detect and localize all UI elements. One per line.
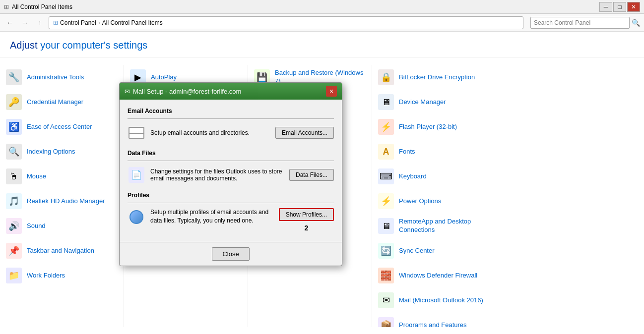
cp-item-device-mgr[interactable]: 🖥 Device Manager [372,90,496,114]
mail-icon: ✉ [378,292,394,308]
windefender-label: Windows Defender Firewall [399,272,477,280]
cp-item-workfolders[interactable]: 📁 Work Folders [0,263,124,288]
admin-tools-icon: 🔧 [6,69,22,85]
cp-item-sound[interactable]: 🔊 Sound [0,214,124,238]
email-accounts-desc: Setup email accounts and directories. [150,129,270,136]
back-button[interactable]: ← [4,17,16,29]
taskbar-label: Taskbar and Navigation [27,247,94,255]
cp-item-remoteapp[interactable]: 🖥 RemoteApp and Desktop Connections [372,214,496,238]
bitlocker-label: BitLocker Drive Encryption [399,73,475,82]
cp-item-blank14 [0,313,124,327]
cp-item-keyboard[interactable]: ⌨ Keyboard [372,164,496,189]
data-files-title: Data Files [128,150,334,157]
maximize-btn[interactable]: □ [613,2,626,12]
title-bar-icon: ⊞ [4,3,9,10]
email-accounts-section: Email Accounts Setup email accounts and … [128,108,334,142]
datafile-icon-shape: 📄 [129,167,144,183]
show-profiles-button[interactable]: Show Profiles... [279,208,334,221]
cp-item-flash[interactable]: ⚡ Flash Player (32-bit) [372,114,496,139]
keyboard-icon: ⌨ [378,168,394,184]
realtek-icon: 🎵 [6,193,22,209]
power-label: Power Options [399,197,441,206]
flash-label: Flash Player (32-bit) [399,123,457,131]
mouse-icon: 🖱 [6,168,22,184]
mail-label: Mail (Microsoft Outlook 2016) [399,296,483,305]
address-path[interactable]: ⊞ Control Panel › All Control Panel Item… [49,16,523,29]
windefender-icon: 🧱 [378,268,394,283]
show-profiles-btn-wrapper: Show Profiles... 2 [279,208,334,221]
remoteapp-icon: 🖥 [378,218,394,234]
search-icon: 🔍 [632,19,640,27]
profiles-desc: Setup multiple profiles of email account… [150,208,274,225]
modal-close-x-button[interactable]: × [326,86,337,97]
window-close-btn[interactable]: ✕ [627,2,640,12]
profiles-row: Setup multiple profiles of email account… [128,208,334,226]
power-icon: ⚡ [378,193,394,209]
cp-item-power[interactable]: ⚡ Power Options [372,189,496,214]
cp-item-credential[interactable]: 🔑 Credential Manager [0,90,124,114]
cp-item-ease[interactable]: ♿ Ease of Access Center [0,114,124,139]
credential-icon: 🔑 [6,94,22,110]
workfolders-label: Work Folders [27,272,65,280]
data-files-icon: 📄 [128,166,145,184]
up-button[interactable]: ↑ [34,17,46,29]
email-accounts-icon [128,124,145,142]
mail-setup-modal: ✉ Mail Setup - admin@forest-forlife.com … [119,82,342,266]
email-accounts-button[interactable]: Email Accounts... [275,127,334,139]
search-input[interactable] [530,17,630,29]
bitlocker-icon: 🔒 [378,69,394,85]
title-bar: ⊞ All Control Panel Items ─ □ ✕ [0,0,644,14]
cp-item-realtek[interactable]: 🎵 Realtek HD Audio Manager [0,189,124,214]
forward-button[interactable]: → [19,17,31,29]
sound-label: Sound [27,222,46,230]
profiles-icon [128,208,145,226]
profiles-section: Profiles Setup multiple profiles of emai… [128,192,334,226]
cp-item-sync[interactable]: 🔄 Sync Center [372,238,496,263]
data-files-section: Data Files 📄 Change settings for the fil… [128,150,334,184]
modal-titlebar: ✉ Mail Setup - admin@forest-forlife.com … [120,83,342,100]
cp-item-admin-tools[interactable]: 🔧 Administrative Tools [0,65,124,90]
modal-title-icon: ✉ [125,88,130,95]
sound-icon: 🔊 [6,218,22,234]
programs-icon: 📦 [378,317,394,327]
cp-item-mouse[interactable]: 🖱 Mouse [0,164,124,189]
cp-item-blank9 [124,263,248,288]
cp-item-programs[interactable]: 📦 Programs and Features [372,313,496,327]
data-files-row: 📄 Change settings for the files Outlook … [128,166,334,184]
cp-item-indexing[interactable]: 🔍 Indexing Options [0,139,124,164]
content-area: 🔧 Administrative Tools ▶ AutoPlay 💾 Back… [0,57,644,332]
step-number: 2 [304,224,308,232]
indexing-label: Indexing Options [27,148,75,156]
cp-item-blank10 [248,263,372,288]
device-mgr-icon: 🖥 [378,94,394,110]
cp-item-fonts[interactable]: A Fonts [372,139,496,164]
fonts-label: Fonts [399,148,415,156]
modal-close-button[interactable]: Close [212,247,249,261]
flash-icon: ⚡ [378,119,394,135]
fonts-icon: A [378,144,394,160]
cp-item-bitlocker[interactable]: 🔒 BitLocker Drive Encryption [372,65,496,90]
ease-label: Ease of Access Center [27,123,92,131]
cp-item-windefender[interactable]: 🧱 Windows Defender Firewall [372,263,496,288]
admin-tools-label: Administrative Tools [27,73,84,82]
address-icon: ⊞ [53,19,58,26]
modal-title-text: Mail Setup - admin@forest-forlife.com [133,88,241,95]
cp-item-blank12 [124,288,248,313]
cp-item-mail[interactable]: ✉ Mail (Microsoft Outlook 2016) [372,288,496,313]
modal-body: Email Accounts Setup email accounts and … [120,100,342,242]
cp-item-blank15 [124,313,248,327]
envelope-icon [129,127,144,139]
cp-item-taskbar[interactable]: 📌 Taskbar and Navigation [0,238,124,263]
data-files-button[interactable]: Data Files... [289,169,334,181]
minimize-btn[interactable]: ─ [599,2,612,12]
path-part-1: Control Panel [60,19,96,26]
cp-item-blank16 [248,313,372,327]
path-part-2: All Control Panel Items [102,19,163,26]
programs-label: Programs and Features [399,321,467,327]
cp-item-blank13 [248,288,372,313]
taskbar-icon: 📌 [6,243,22,259]
device-mgr-label: Device Manager [399,98,446,107]
indexing-icon: 🔍 [6,144,22,160]
title-bar-text: All Control Panel Items [12,3,72,10]
globe-icon-shape [129,210,143,224]
